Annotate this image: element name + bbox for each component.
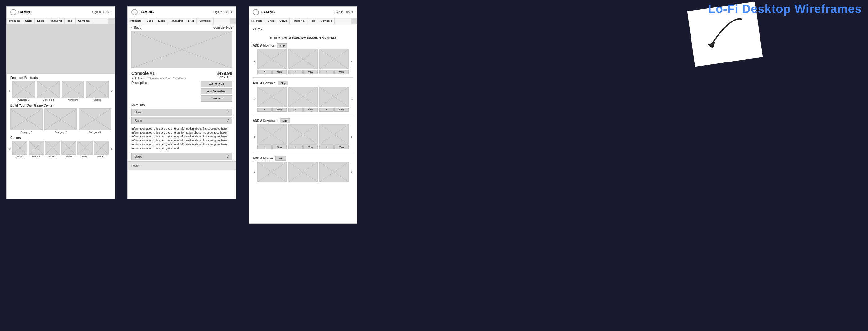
console-check-0[interactable]: + [257, 108, 272, 112]
back-link-3[interactable]: < Back [253, 27, 262, 31]
category-img-0 [10, 109, 42, 130]
console-check-2[interactable]: + [319, 108, 334, 112]
monitor-view-1[interactable]: View [303, 70, 318, 74]
monitor-check-0[interactable]: ✓ [257, 70, 272, 74]
monitor-view-2[interactable]: View [334, 70, 349, 74]
games-carousel-prev[interactable]: < [8, 146, 11, 152]
product-img-3 [86, 81, 109, 98]
nav-search-3[interactable] [351, 18, 357, 24]
sign-in-3[interactable]: Sign In [335, 10, 343, 14]
nav-compare-2[interactable]: Compare [197, 18, 214, 24]
add-to-cart-btn[interactable]: Add To Cart [201, 81, 232, 87]
nav-products-3[interactable]: Products [249, 18, 266, 24]
nav-search-1[interactable] [108, 18, 115, 24]
nav-shop-3[interactable]: Shop [266, 18, 277, 24]
nav-compare-3[interactable]: Compare [318, 18, 335, 24]
game-item-1[interactable]: Game 2 [29, 141, 43, 157]
category-item-1[interactable]: Category 2 [44, 109, 77, 133]
spec-bar-2[interactable]: Spec V [131, 153, 232, 160]
mouse-next[interactable]: > [350, 170, 353, 175]
keyboard-next[interactable]: > [350, 134, 353, 140]
cart-3[interactable]: CART [346, 10, 353, 14]
monitor-view-0[interactable]: View [272, 70, 286, 74]
divider-2 [253, 115, 353, 115]
nav-deals-3[interactable]: Deals [277, 18, 290, 24]
nav-search-2[interactable] [230, 18, 236, 24]
monitor-check-2[interactable]: + [319, 70, 334, 74]
nav-financing-2[interactable]: Financing [168, 18, 186, 24]
keyboard-check-0[interactable]: ✓ [257, 145, 272, 150]
product-price: $499.99 [216, 71, 232, 76]
mouse-items [257, 162, 349, 182]
monitor-next[interactable]: > [350, 59, 353, 65]
console-check-1[interactable]: ✓ [288, 108, 303, 112]
keyboard-prev[interactable]: < [253, 134, 256, 140]
add-mouse-label: ADD A Mouse [253, 157, 273, 160]
monitor-check-1[interactable]: + [288, 70, 303, 74]
keyboard-img-0 [257, 124, 286, 145]
add-console-header: ADD A Console Skip [253, 81, 353, 86]
keyboard-check-1[interactable]: + [288, 145, 303, 149]
product-img-0 [12, 81, 35, 98]
game-item-3[interactable]: Game 4 [61, 141, 76, 157]
console-view-2[interactable]: View [334, 108, 349, 112]
category-item-2[interactable]: Category 3 [79, 109, 111, 133]
cart-1[interactable]: CART [103, 10, 111, 14]
cart-2[interactable]: CART [225, 10, 232, 14]
console-prev[interactable]: < [253, 97, 256, 102]
keyboard-view-2[interactable]: View [334, 145, 349, 149]
game-item-0[interactable]: Game 1 [12, 141, 27, 157]
mouse-item-1 [288, 162, 318, 182]
games-carousel-next[interactable]: > [110, 146, 114, 152]
add-console-label: ADD A Console [253, 82, 275, 85]
sign-in-2[interactable]: Sign In [214, 10, 222, 14]
screen-build-your-own: GAMING Sign In CART Products Shop Deals … [249, 6, 358, 224]
game-label-0: Game 1 [12, 155, 27, 157]
game-label-3: Game 4 [61, 155, 76, 157]
spec-bar-0[interactable]: Spec V [131, 109, 232, 116]
nav-compare-1[interactable]: Compare [75, 18, 92, 24]
compare-btn[interactable]: Compare [201, 95, 232, 102]
mouse-skip-btn[interactable]: Skip [275, 156, 286, 161]
nav-financing-1[interactable]: Financing [47, 18, 65, 24]
console-view-1[interactable]: View [303, 108, 318, 112]
console-items: + View ✓ View + [257, 87, 349, 112]
game-item-5[interactable]: Game 6 [94, 141, 109, 157]
nav-help-1[interactable]: Help [65, 18, 76, 24]
category-label-2: Category 3 [79, 131, 111, 133]
carousel-next-1[interactable]: > [110, 88, 114, 94]
keyboard-view-1[interactable]: View [303, 145, 318, 149]
nav-shop-2[interactable]: Shop [144, 18, 156, 24]
game-item-4[interactable]: Game 5 [78, 141, 92, 157]
mouse-img-0 [257, 162, 286, 182]
featured-products-title: Featured Products [6, 74, 115, 81]
sign-in-1[interactable]: Sign In [92, 10, 101, 14]
nav-deals-2[interactable]: Deals [156, 18, 168, 24]
nav-products-2[interactable]: Products [128, 18, 144, 24]
nav-financing-3[interactable]: Financing [290, 18, 307, 24]
nav-products-1[interactable]: Products [6, 18, 23, 24]
category-img-2 [79, 109, 111, 130]
add-to-wishlist-btn[interactable]: Add To Wishlist [201, 88, 232, 94]
mouse-img-1 [288, 162, 318, 182]
keyboard-view-0[interactable]: View [272, 145, 286, 150]
category-item-0[interactable]: Category 1 [10, 109, 42, 133]
nav-help-2[interactable]: Help [186, 18, 197, 24]
spec-bar-1[interactable]: Spec V [131, 117, 232, 124]
console-next[interactable]: > [350, 97, 353, 102]
add-console-section: ADD A Console Skip < + View [249, 80, 357, 113]
monitor-prev[interactable]: < [253, 59, 256, 65]
mouse-prev[interactable]: < [253, 170, 256, 175]
monitor-skip-btn[interactable]: Skip [277, 43, 287, 48]
console-view-0[interactable]: View [272, 108, 286, 112]
nav-help-3[interactable]: Help [307, 18, 318, 24]
carousel-prev-1[interactable]: < [8, 88, 11, 94]
keyboard-check-2[interactable]: + [319, 145, 334, 149]
nav-deals-1[interactable]: Deals [35, 18, 47, 24]
read-reviews[interactable]: Read Reviews > [165, 77, 186, 80]
nav-shop-1[interactable]: Shop [23, 18, 35, 24]
game-item-2[interactable]: Game 3 [45, 141, 60, 157]
back-link-2[interactable]: < Back [131, 26, 141, 29]
keyboard-skip-btn[interactable]: Skip [280, 118, 290, 123]
console-skip-btn[interactable]: Skip [278, 81, 288, 86]
